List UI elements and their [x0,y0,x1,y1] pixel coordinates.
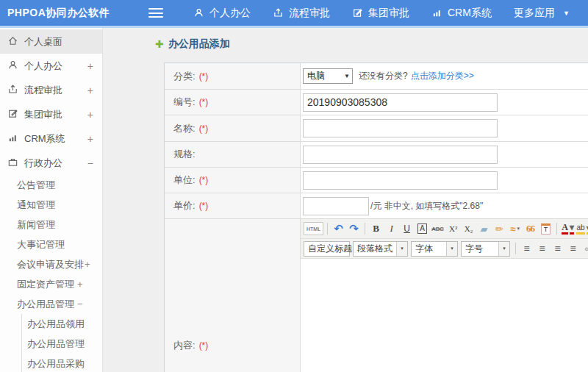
caret-down-icon: ▾ [498,242,509,256]
sidebar-submenu: 办公用品领用 办公用品管理 办公用品采购 [21,314,102,372]
editor-content-area[interactable] [301,259,588,372]
align-left-button[interactable]: ≡ [520,241,534,256]
expand-plus-icon[interactable]: + [87,85,93,96]
sidebar-item-announcement-mgmt[interactable]: 公告管理 [0,175,102,195]
align-center-button[interactable]: ≡ [535,241,549,256]
caret-down-icon: ▾ [446,242,457,256]
collapse-minus-icon[interactable]: − [77,299,83,309]
sidebar-item-supplies-requisition[interactable]: 办公用品领用 [22,314,102,334]
caret-down-icon: ▾ [570,223,574,235]
undo-button[interactable]: ↶ [331,221,345,236]
sidebar-item-memorabilia-mgmt[interactable]: 大事记管理 [0,235,102,254]
price-label: 单价: (*) [165,193,301,218]
briefcase-icon [7,157,18,170]
font-size-dropdown[interactable]: 字号 ▾ [461,241,510,257]
required-asterisk: (*) [199,201,209,211]
superscript-button[interactable]: X² [446,221,460,236]
sidebar-item-news-mgmt[interactable]: 新闻管理 [0,215,102,235]
sidebar-item-notice-mgmt[interactable]: 通知管理 [0,195,102,215]
subscript-button[interactable]: X₂ [462,221,476,236]
add-category-link[interactable]: 点击添加分类>> [411,70,474,82]
sidebar-item-personal-office[interactable]: 个人办公 + [0,54,102,78]
sidebar-item-supplies-purchase[interactable]: 办公用品采购 [22,354,102,372]
add-supplies-form: 分类: (*) 电脑 ▼ 还没有分类? 点击添加分类>> 编号: (*) [164,62,588,372]
remove-format-button[interactable]: ▰ [477,221,491,236]
sidebar-item-crm-system[interactable]: CRM系统 + [0,126,102,151]
required-asterisk: (*) [199,97,209,107]
sidebar-item-group-approval[interactable]: 集团审批 + [0,102,102,126]
italic-button[interactable]: I [384,221,398,236]
paragraph-format-dropdown[interactable]: 段落格式 ▾ [353,241,408,257]
category-select[interactable]: 电脑 ▼ [303,68,353,84]
required-asterisk: (*) [199,124,209,134]
expand-plus-icon[interactable]: + [87,110,93,120]
editor-toolbar-row1: HTML ↶ ↷ B I U A ABC X² X₂ ▰ ✏ [301,219,588,239]
nav-more-apps[interactable]: 更多应用 ▼ [503,0,581,26]
sidebar-item-supplies-management[interactable]: 办公用品管理 [22,334,102,354]
sidebar-item-office-supplies-mgmt[interactable]: 办公用品管理 − [0,294,102,314]
expand-plus-icon[interactable]: + [77,279,83,289]
underline-button[interactable]: U [400,221,414,236]
unit-input[interactable] [303,171,498,190]
bar-chart-icon [7,132,18,146]
share-box-icon [7,84,18,97]
bar-chart-icon [431,7,442,18]
caret-down-icon: ▾ [396,242,407,256]
share-box-icon [273,7,284,18]
code-input[interactable] [303,93,498,112]
nav-group-approval[interactable]: 集团审批 [341,0,420,26]
sidebar-item-workflow-approval[interactable]: 流程审批 + [0,78,102,102]
background-color-button[interactable]: ab▾ [576,221,588,236]
insert-link-button[interactable]: ∞ [581,241,588,256]
name-label: 名称: (*) [165,115,301,141]
nav-workflow-approval[interactable]: 流程审批 [262,0,341,26]
app-logo: PHPOA协同办公软件 [0,7,141,20]
strikethrough-button[interactable]: ABC [431,221,445,236]
font-color-button[interactable]: A▾ [561,221,575,236]
blockquote-button[interactable]: 66 [523,221,537,236]
page-title: ✚ 办公用品添加 [155,37,230,51]
top-header: PHPOA协同办公软件 个人办公 流程审批 集团审批 CRM系统 更多应用 ▼ [0,0,588,26]
align-justify-button[interactable]: ≡ [566,241,580,256]
spec-label: 规格: [165,142,301,167]
no-category-hint: 还没有分类? [359,70,408,82]
expand-plus-icon[interactable]: + [87,61,93,71]
hamburger-menu-icon[interactable] [148,8,163,18]
bold-button[interactable]: B [369,221,383,236]
name-input[interactable] [303,119,498,137]
nav-personal-office[interactable]: 个人办公 [182,0,262,26]
edit-square-icon [7,108,18,121]
custom-title-dropdown[interactable]: 自定义标题 ▾ [304,241,350,257]
required-asterisk: (*) [199,340,209,351]
highlight-pen-button[interactable]: ≈▾ [508,221,522,236]
rich-text-editor: HTML ↶ ↷ B I U A ABC X² X₂ ▰ ✏ [301,219,588,372]
format-brush-button[interactable]: ✏ [492,221,506,236]
align-right-button[interactable]: ≡ [551,241,564,256]
expand-plus-icon[interactable]: + [87,134,93,144]
paste-as-text-button[interactable]: T [539,221,553,236]
editor-toolbar-row2: 自定义标题 ▾ 段落格式 ▾ 字体 ▾ 字号 ▾ [301,239,588,259]
caret-down-icon: ▾ [517,226,520,232]
required-asterisk: (*) [199,175,209,185]
required-asterisk: (*) [199,71,209,82]
source-code-button[interactable]: HTML [304,222,323,235]
font-border-button[interactable]: A [415,221,429,236]
category-label: 分类: (*) [165,63,301,89]
form-row-price: 单价: (*) /元 非中文, 如填写格式"2.68" [165,193,588,219]
form-row-category: 分类: (*) 电脑 ▼ 还没有分类? 点击添加分类>> [165,63,588,90]
font-family-dropdown[interactable]: 字体 ▾ [411,241,458,257]
nav-crm-system[interactable]: CRM系统 [420,0,503,26]
price-input[interactable] [303,197,369,215]
sidebar-item-fixed-assets-mgmt[interactable]: 固定资产管理 + [0,274,102,294]
price-format-hint: /元 非中文, 如填写格式"2.68" [370,200,483,212]
form-row-code: 编号: (*) [165,90,588,115]
form-row-name: 名称: (*) [165,115,588,142]
redo-button[interactable]: ↷ [347,221,361,236]
sidebar-item-admin-office[interactable]: 行政办公 − [0,151,102,175]
sidebar-item-meeting-request[interactable]: 会议申请及安排 + [0,254,102,274]
sidebar-item-personal-desktop[interactable]: 个人桌面 [0,29,102,54]
collapse-minus-icon[interactable]: − [87,158,93,168]
user-icon [193,7,204,18]
spec-input[interactable] [303,146,498,164]
expand-plus-icon[interactable]: + [85,260,90,269]
